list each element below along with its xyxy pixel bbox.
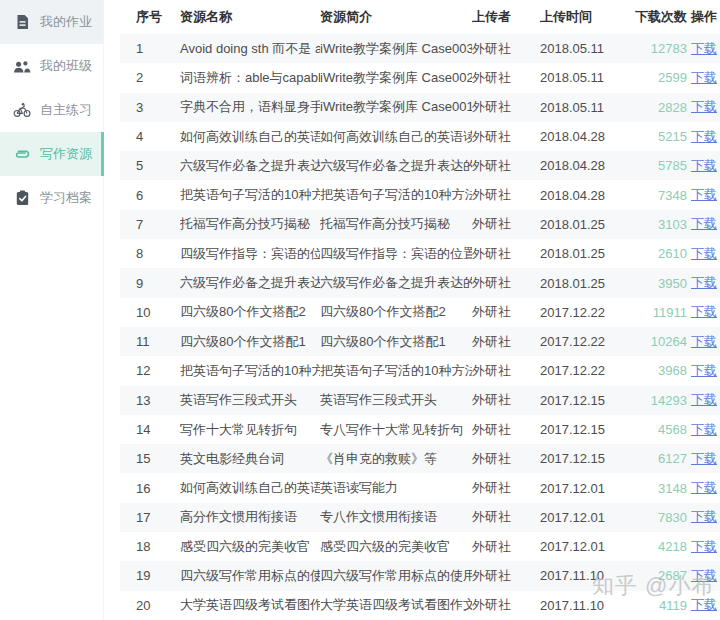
table-row: 6把英语句子写活的10种方法把英语句子写活的10种方法外研社2018.04.28…: [120, 180, 720, 209]
action-cell: 下载: [687, 245, 720, 263]
download-link[interactable]: 下载: [691, 509, 717, 524]
sidebar-item-learning-archive[interactable]: 学习档案: [0, 176, 103, 220]
download-link[interactable]: 下载: [691, 304, 717, 319]
table-row: 14写作十大常见转折句专八写作十大常见转折句外研社2017.12.154568下…: [120, 415, 720, 444]
action-cell: 下载: [687, 391, 720, 409]
resource-name: 字典不合用，语料显身手: [180, 98, 320, 116]
download-link[interactable]: 下载: [691, 187, 717, 202]
resource-name: 高分作文惯用衔接语: [180, 508, 320, 526]
action-cell: 下载: [687, 98, 720, 116]
row-index: 12: [120, 363, 180, 378]
action-cell: 下载: [687, 596, 720, 614]
download-link[interactable]: 下载: [691, 70, 717, 85]
download-count: 14293: [632, 393, 687, 408]
action-cell: 下载: [687, 215, 720, 233]
sidebar-item-my-class[interactable]: 我的班级: [0, 44, 103, 88]
resource-desc: 四六级80个作文搭配1: [320, 333, 472, 351]
action-cell: 下载: [687, 479, 720, 497]
table-body: 1Avoid doing sth 而不是 a...iWrite教学案例库 Cas…: [120, 34, 720, 620]
row-index: 5: [120, 158, 180, 173]
download-link[interactable]: 下载: [691, 451, 717, 466]
col-header-date: 上传时间: [540, 8, 632, 26]
resource-desc: 专八作文惯用衔接语: [320, 508, 472, 526]
download-link[interactable]: 下载: [691, 539, 717, 554]
col-header-index: 序号: [120, 8, 180, 26]
uploader-name: 外研社: [472, 421, 540, 439]
uploader-name: 外研社: [472, 479, 540, 497]
row-index: 17: [120, 510, 180, 525]
download-link[interactable]: 下载: [691, 99, 717, 114]
row-index: 8: [120, 246, 180, 261]
uploader-name: 外研社: [472, 450, 540, 468]
download-link[interactable]: 下载: [691, 480, 717, 495]
action-cell: 下载: [687, 362, 720, 380]
action-cell: 下载: [687, 274, 720, 292]
uploader-name: 外研社: [472, 128, 540, 146]
table-row: 13英语写作三段式开头英语写作三段式开头外研社2017.12.1514293下载: [120, 386, 720, 415]
sidebar: 我的作业 我的班级: [0, 0, 104, 620]
download-link[interactable]: 下载: [691, 275, 717, 290]
table-row: 7托福写作高分技巧揭秘托福写作高分技巧揭秘外研社2018.01.253103下载: [120, 210, 720, 239]
row-index: 14: [120, 422, 180, 437]
paperclip-icon: [13, 146, 31, 163]
resource-desc: 四级写作指导：宾语的位置: [320, 245, 472, 263]
resource-desc: 《肖申克的救赎》等: [320, 450, 472, 468]
sidebar-item-self-practice[interactable]: 自主练习: [0, 88, 103, 132]
resource-name: Avoid doing sth 而不是 a...: [180, 40, 320, 58]
table-row: 20大学英语四级考试看图作文...大学英语四级考试看图作文常...外研社2017…: [120, 591, 720, 620]
download-link[interactable]: 下载: [691, 392, 717, 407]
table-row: 8四级写作指导：宾语的位置四级写作指导：宾语的位置外研社2018.01.2526…: [120, 239, 720, 268]
download-count: 4568: [632, 422, 687, 437]
row-index: 19: [120, 568, 180, 583]
download-count: 2610: [632, 246, 687, 261]
download-link[interactable]: 下载: [691, 246, 717, 261]
row-index: 16: [120, 481, 180, 496]
resource-desc: 四六级80个作文搭配2: [320, 303, 472, 321]
download-count: 6127: [632, 451, 687, 466]
download-count: 11911: [632, 305, 687, 320]
action-cell: 下载: [687, 508, 720, 526]
row-index: 1: [120, 41, 180, 56]
resource-desc: 六级写作必备之提升表达的英...: [320, 274, 472, 292]
resource-desc: 感受四六级的完美收官: [320, 538, 472, 556]
col-header-name: 资源名称: [180, 8, 320, 26]
action-cell: 下载: [687, 128, 720, 146]
uploader-name: 外研社: [472, 362, 540, 380]
resource-desc: 如何高效训练自己的英语读写...: [320, 128, 472, 146]
download-link[interactable]: 下载: [691, 363, 717, 378]
resource-desc: 英语写作三段式开头: [320, 391, 472, 409]
action-cell: 下载: [687, 69, 720, 87]
download-count: 12783: [632, 41, 687, 56]
download-link[interactable]: 下载: [691, 422, 717, 437]
app-window: 我的作业 我的班级: [0, 0, 720, 620]
download-count: 7830: [632, 510, 687, 525]
download-link[interactable]: 下载: [691, 158, 717, 173]
download-link[interactable]: 下载: [691, 568, 717, 583]
sidebar-item-label: 我的作业: [40, 13, 92, 31]
table-row: 3字典不合用，语料显身手iWrite教学案例库 Case001外研社2018.0…: [120, 93, 720, 122]
uploader-name: 外研社: [472, 538, 540, 556]
table-row: 12把英语句子写活的10种方法把英语句子写活的10种方法外研社2017.12.2…: [120, 356, 720, 385]
resource-desc: 大学英语四级考试看图作文常...: [320, 596, 472, 614]
upload-date: 2017.12.01: [540, 539, 632, 554]
resource-name: 词语辨析：able与capable: [180, 69, 320, 87]
download-link[interactable]: 下载: [691, 129, 717, 144]
sidebar-item-my-homework[interactable]: 我的作业: [0, 0, 103, 44]
table-row: 15英文电影经典台词《肖申克的救赎》等外研社2017.12.156127下载: [120, 444, 720, 473]
resource-desc: 专八写作十大常见转折句: [320, 421, 472, 439]
download-link[interactable]: 下载: [691, 41, 717, 56]
upload-date: 2017.12.15: [540, 451, 632, 466]
download-count: 4218: [632, 539, 687, 554]
download-link[interactable]: 下载: [691, 334, 717, 349]
action-cell: 下载: [687, 186, 720, 204]
sidebar-item-writing-resources[interactable]: 写作资源: [0, 132, 103, 176]
uploader-name: 外研社: [472, 215, 540, 233]
download-link[interactable]: 下载: [691, 216, 717, 231]
action-cell: 下载: [687, 157, 720, 175]
download-link[interactable]: 下载: [691, 597, 717, 612]
table-row: 2词语辨析：able与capableiWrite教学案例库 Case002外研社…: [120, 63, 720, 92]
upload-date: 2018.05.11: [540, 41, 632, 56]
upload-date: 2017.12.15: [540, 422, 632, 437]
table-row: 11四六级80个作文搭配1四六级80个作文搭配1外研社2017.12.22102…: [120, 327, 720, 356]
uploader-name: 外研社: [472, 303, 540, 321]
